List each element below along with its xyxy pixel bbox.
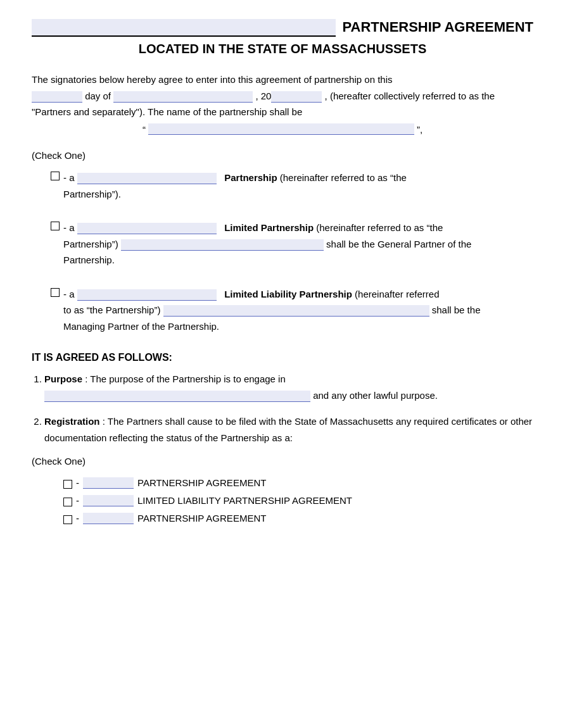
registration-options: - PARTNERSHIP AGREEMENT - LIMITED LIABIL… xyxy=(63,475,533,526)
reg-label-3: PARTNERSHIP AGREEMENT xyxy=(137,511,266,526)
check-one-label-2: (Check One) xyxy=(32,456,533,467)
checkbox-1[interactable] xyxy=(51,172,60,180)
option-3-type-label: Limited Liability Partnership xyxy=(224,289,352,299)
partnership-name-row: “ ”, xyxy=(32,122,533,138)
option-3-row: - a Limited Liability Partnership (herei… xyxy=(51,286,533,335)
purpose-field[interactable] xyxy=(44,391,310,402)
intro-text-1: The signatories below hereby agree to en… xyxy=(32,74,393,85)
checkbox-3[interactable] xyxy=(51,288,60,297)
option-3-suffix-2: to as “the Partnership”) xyxy=(63,304,163,315)
reg-option-3: - PARTNERSHIP AGREEMENT xyxy=(63,511,533,526)
agreed-heading: IT IS AGREED AS FOLLOWS: xyxy=(32,352,533,363)
option-2-general-partner-field[interactable] xyxy=(121,239,324,251)
reg-label-2: LIMITED LIABILITY PARTNERSHIP AGREEMENT xyxy=(137,493,352,508)
option-1-suffix-2: Partnership”). xyxy=(63,189,121,199)
option-3-type-field[interactable] xyxy=(77,289,217,301)
option-1-type-label: Partnership xyxy=(224,172,277,183)
month-field[interactable] xyxy=(113,91,253,103)
registration-label: Registration xyxy=(44,416,100,427)
checkbox-reg-2[interactable] xyxy=(63,498,72,506)
reg-label-1: PARTNERSHIP AGREEMENT xyxy=(137,475,266,491)
reg-blank-1[interactable] xyxy=(83,477,134,489)
option-2-row: - a Limited Partnership (hereinafter ref… xyxy=(51,220,533,268)
option-2-suffix-1: (hereinafter referred to as “the xyxy=(316,222,443,233)
intro-block: The signatories below hereby agree to en… xyxy=(32,72,533,137)
option-3-managing-partner-field[interactable] xyxy=(163,305,429,317)
purpose-text-2: and any other lawful purpose. xyxy=(313,390,438,401)
option-2-type-field[interactable] xyxy=(77,223,217,234)
partnership-option-2: - a Limited Partnership (hereinafter ref… xyxy=(51,220,533,268)
partnership-name-field[interactable] xyxy=(148,123,414,135)
quote-close: ”, xyxy=(417,122,422,138)
partnership-option-1: - a Partnership (hereinafter referred to… xyxy=(51,170,533,202)
day-label: day of xyxy=(85,91,111,101)
item-registration: Registration : The Partners shall cause … xyxy=(44,413,533,446)
document-subtitle: LOCATED IN THE STATE OF MASSACHUSSETS xyxy=(32,42,533,56)
header-field[interactable] xyxy=(32,19,336,37)
option-1-prefix: - a xyxy=(63,172,77,183)
option-2-type-label: Limited Partnership xyxy=(224,222,314,233)
checkbox-reg-1[interactable] xyxy=(63,480,72,489)
option-2-suffix-4: Partnership. xyxy=(63,254,115,265)
reg-dash-3: - xyxy=(76,511,79,526)
option-1-suffix: (hereinafter referred to as “the xyxy=(280,172,407,183)
option-3-suffix-1: (hereinafter referred xyxy=(355,289,439,299)
checkbox-2[interactable] xyxy=(51,222,60,230)
reg-blank-3[interactable] xyxy=(83,513,134,524)
option-2-prefix: - a xyxy=(63,222,77,233)
year-field[interactable] xyxy=(271,91,322,103)
item-purpose: Purpose : The purpose of the Partnership… xyxy=(44,371,533,403)
option-1-type-field[interactable] xyxy=(77,173,217,184)
reg-dash-1: - xyxy=(76,475,79,491)
quote-open: “ xyxy=(143,122,146,138)
document-title: PARTNERSHIP AGREEMENT xyxy=(342,19,533,37)
purpose-text: : The purpose of the Partnership is to e… xyxy=(85,373,286,384)
option-1-row: - a Partnership (hereinafter referred to… xyxy=(51,170,533,202)
check-one-label: (Check One) xyxy=(32,150,533,161)
option-3-suffix-4: Managing Partner of the Partnership. xyxy=(63,321,219,332)
header-row: PARTNERSHIP AGREEMENT xyxy=(32,19,533,37)
reg-option-1: - PARTNERSHIP AGREEMENT xyxy=(63,475,533,491)
reg-dash-2: - xyxy=(76,493,79,508)
option-2-suffix-2: Partnership”) xyxy=(63,239,121,249)
option-2-suffix-3: shall be the General Partner of the xyxy=(326,239,471,249)
numbered-list: Purpose : The purpose of the Partnership… xyxy=(44,371,533,446)
registration-text: : The Partners shall cause to be filed w… xyxy=(44,416,532,443)
option-3-prefix: - a xyxy=(63,289,77,299)
reg-blank-2[interactable] xyxy=(83,495,134,506)
day-field[interactable] xyxy=(32,91,82,103)
option-3-suffix-3: shall be the xyxy=(432,304,481,315)
reg-option-2: - LIMITED LIABILITY PARTNERSHIP AGREEMEN… xyxy=(63,493,533,508)
checkbox-reg-3[interactable] xyxy=(63,515,72,524)
partnership-option-3: - a Limited Liability Partnership (herei… xyxy=(51,286,533,335)
purpose-label: Purpose xyxy=(44,373,82,384)
year-prefix: , 20 xyxy=(255,91,271,101)
